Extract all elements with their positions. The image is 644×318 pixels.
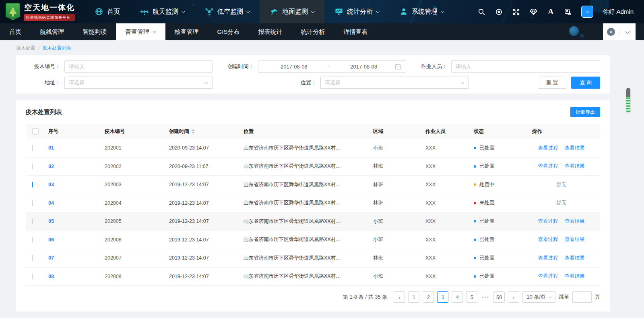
seq-link[interactable]: 04 <box>48 200 54 206</box>
seq-cell: 02 <box>48 164 105 169</box>
location-cell: 山东省济南市历下区舜华街道凤凰路XX村… <box>244 236 373 243</box>
view-process-link[interactable]: 查看过程 <box>538 218 558 225</box>
tab-1[interactable]: 首页 <box>0 23 31 40</box>
view-result-link[interactable]: 查看结果 <box>565 163 585 170</box>
page-button-5[interactable]: 5 <box>466 291 477 303</box>
row-checkbox[interactable] <box>32 255 33 261</box>
status-cell: 处置中 <box>474 181 532 188</box>
view-process-link[interactable]: 查看过程 <box>538 255 558 262</box>
tab-5[interactable]: 核查管理 <box>165 23 208 40</box>
next-page-button[interactable]: › <box>508 291 519 303</box>
tab-7[interactable]: 报表统计 <box>249 23 291 40</box>
date-range-picker[interactable]: 2017-08-08 ~ 2017-08-08 <box>258 60 406 73</box>
jump-page-input[interactable] <box>572 291 592 303</box>
status-label: 已处置 <box>479 273 495 280</box>
view-process-link[interactable]: 查看过程 <box>538 273 558 280</box>
checkbox-cell <box>26 200 48 206</box>
breadcrumb-current[interactable]: 疫木处置列表 <box>42 45 71 52</box>
time-cell: 2019-12-23 14:07 <box>169 274 244 279</box>
row-checkbox[interactable] <box>32 182 33 187</box>
page-button-4[interactable]: 4 <box>452 291 463 303</box>
tab-9[interactable]: 详情查看 <box>334 23 377 40</box>
code-input[interactable] <box>69 64 208 70</box>
gem-icon[interactable] <box>529 8 537 16</box>
nav-item-user[interactable]: 系统管理 <box>389 0 454 23</box>
target-icon[interactable] <box>495 8 503 16</box>
select-all-checkbox[interactable] <box>32 128 39 135</box>
operator-cell: XXX <box>425 145 474 151</box>
row-checkbox[interactable] <box>32 200 33 206</box>
seq-link[interactable]: 02 <box>48 164 54 169</box>
view-result-link[interactable]: 查看结果 <box>565 236 585 243</box>
nav-item-globe[interactable]: 首页 <box>85 0 130 23</box>
seq-link[interactable]: 06 <box>48 237 54 243</box>
position-select[interactable]: 请选择 <box>320 77 469 89</box>
date-to-value[interactable]: 2017-08-08 <box>333 64 395 70</box>
address-label: 地址： <box>26 79 64 86</box>
date-from-value[interactable]: 2017-08-08 <box>263 64 325 70</box>
seq-link[interactable]: 05 <box>48 218 54 224</box>
status-dot <box>474 239 476 241</box>
row-checkbox[interactable] <box>32 145 33 151</box>
page-button-2[interactable]: 2 <box>423 291 434 303</box>
row-checkbox[interactable] <box>32 274 33 279</box>
tab-3[interactable]: 智能判读 <box>73 23 116 40</box>
tab-6[interactable]: GIS分布 <box>208 23 249 40</box>
font-size-icon[interactable]: A <box>547 8 555 16</box>
seq-link[interactable]: 01 <box>48 145 54 151</box>
code-cell: 202006 <box>105 237 169 243</box>
tab-4[interactable]: 普查管理× <box>116 23 165 40</box>
view-result-link[interactable]: 查看结果 <box>565 273 585 280</box>
address-select[interactable]: 请选择 <box>64 77 213 89</box>
page-unit-label: 页 <box>595 293 600 301</box>
search-icon[interactable] <box>477 8 485 16</box>
scrollbar-grip <box>626 88 630 97</box>
page-button-1[interactable]: 1 <box>408 291 419 303</box>
fullscreen-icon[interactable] <box>512 8 520 16</box>
operator-input[interactable] <box>456 64 596 70</box>
view-result-link[interactable]: 查看结果 <box>565 255 585 262</box>
tab-2[interactable]: 航线管理 <box>31 23 73 40</box>
tab-label: 普查管理 <box>125 28 149 36</box>
tab-menu-button[interactable] <box>619 23 636 40</box>
row-checkbox[interactable] <box>32 237 33 243</box>
sort-icon[interactable] <box>192 129 195 134</box>
breadcrumb-parent[interactable]: 疫木处置 <box>16 45 35 52</box>
calendar-icon <box>395 64 401 70</box>
view-result-link[interactable]: 查看结果 <box>565 145 585 152</box>
seq-cell: 08 <box>48 274 105 279</box>
seq-link[interactable]: 03 <box>48 182 54 187</box>
row-actions: 查看过程查看结果 <box>532 145 600 152</box>
batch-export-button[interactable]: 批量导出 <box>570 107 600 117</box>
seq-link[interactable]: 08 <box>48 274 54 279</box>
page-button-50[interactable]: 50 <box>493 291 505 303</box>
tab-close-icon[interactable]: × <box>153 29 156 35</box>
tab-8[interactable]: 统计分析 <box>291 23 334 40</box>
page-size-select[interactable]: 10 条/页 <box>522 291 555 303</box>
nav-item-drone[interactable]: 低空监测 <box>195 0 260 23</box>
translate-icon[interactable] <box>564 8 572 16</box>
seq-cell: 07 <box>48 255 105 261</box>
checkbox-cell <box>26 164 48 169</box>
page-button-3[interactable]: 3 <box>437 291 448 303</box>
seq-link[interactable]: 07 <box>48 255 54 261</box>
row-checkbox[interactable] <box>32 218 33 224</box>
user-avatar-button[interactable] <box>581 6 593 18</box>
time-cell: 2019-12-23 14:07 <box>169 255 244 261</box>
checkbox-cell <box>26 255 48 261</box>
view-process-link[interactable]: 查看过程 <box>538 145 558 152</box>
row-checkbox[interactable] <box>32 164 33 169</box>
scrollbar-thumb[interactable] <box>626 88 630 113</box>
nav-item-satellite[interactable]: 航天监测 <box>130 0 195 23</box>
view-result-link[interactable]: 查看结果 <box>565 218 585 225</box>
page-size-value: 10 条/页 <box>526 293 546 301</box>
pagination-ellipsis[interactable]: ••• <box>481 294 490 300</box>
view-process-link[interactable]: 查看过程 <box>538 163 558 170</box>
reset-button[interactable]: 重 置 <box>538 77 567 89</box>
nav-item-monitor[interactable]: 统计分析 <box>324 0 389 23</box>
close-all-tabs-button[interactable]: ✕ <box>603 23 619 40</box>
search-button[interactable]: 查 询 <box>571 77 600 89</box>
prev-page-button[interactable]: ‹ <box>394 291 405 303</box>
nav-item-camera[interactable]: 地面监测 <box>260 0 324 23</box>
view-process-link[interactable]: 查看过程 <box>538 236 558 243</box>
